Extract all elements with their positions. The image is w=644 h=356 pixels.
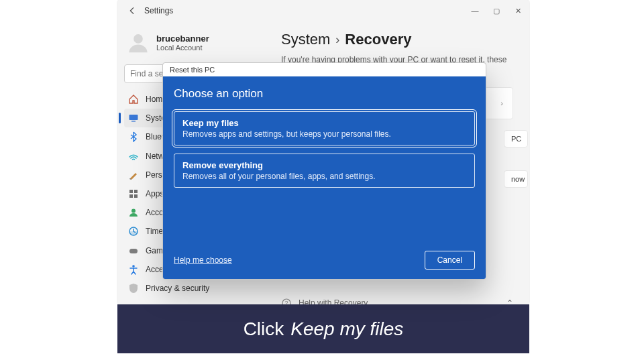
chevron-up-icon: ⌃ bbox=[506, 298, 513, 304]
accessibility-icon bbox=[128, 264, 139, 275]
svg-rect-9 bbox=[129, 249, 138, 253]
svg-point-7 bbox=[131, 209, 136, 213]
close-button[interactable]: ✕ bbox=[513, 7, 523, 15]
sidebar-item-privacy[interactable]: Privacy & security bbox=[124, 279, 258, 298]
maximize-button[interactable]: ▢ bbox=[492, 7, 501, 15]
avatar-icon bbox=[127, 31, 150, 54]
time-icon bbox=[128, 226, 139, 237]
bluetooth-icon bbox=[128, 131, 139, 142]
svg-point-10 bbox=[132, 265, 135, 268]
option-title: Remove everything bbox=[182, 160, 466, 170]
chevron-right-icon: › bbox=[335, 33, 339, 47]
option-title: Keep my files bbox=[182, 118, 466, 128]
breadcrumb: System › Recovery bbox=[281, 31, 513, 48]
account-sub: Local Account bbox=[156, 44, 209, 52]
instruction-banner: Click Keep my files bbox=[117, 304, 529, 353]
home-icon bbox=[128, 94, 139, 105]
account-name: brucebanner bbox=[156, 34, 209, 44]
minimize-button[interactable]: — bbox=[470, 7, 480, 15]
chevron-right-icon: › bbox=[500, 99, 503, 107]
dialog-title: Reset this PC bbox=[163, 63, 486, 76]
system-icon bbox=[128, 113, 139, 123]
instruction-target: Keep my files bbox=[290, 318, 403, 340]
option-desc: Removes all of your personal files, apps… bbox=[182, 172, 466, 181]
dialog-heading: Choose an option bbox=[174, 87, 475, 101]
apps-icon bbox=[128, 188, 139, 199]
svg-rect-2 bbox=[131, 121, 136, 122]
sidebar-item-label: Privacy & security bbox=[146, 284, 209, 293]
network-icon bbox=[128, 151, 139, 162]
reset-pc-dialog: Reset this PC Choose an option Keep my f… bbox=[162, 62, 486, 280]
svg-rect-1 bbox=[129, 115, 138, 120]
breadcrumb-parent[interactable]: System bbox=[281, 31, 330, 48]
account-block[interactable]: brucebanner Local Account bbox=[124, 24, 258, 64]
help-label: Help with Recovery bbox=[299, 298, 368, 304]
help-me-choose-link[interactable]: Help me choose bbox=[174, 255, 232, 265]
option-keep-my-files[interactable]: Keep my files Removes apps and settings,… bbox=[174, 111, 475, 145]
accounts-icon bbox=[128, 207, 139, 218]
page-title: Recovery bbox=[345, 31, 411, 48]
svg-rect-4 bbox=[134, 190, 138, 193]
gaming-icon bbox=[128, 245, 139, 256]
personalization-icon bbox=[128, 170, 139, 180]
svg-text:?: ? bbox=[284, 300, 288, 304]
svg-rect-3 bbox=[129, 190, 133, 193]
svg-rect-6 bbox=[134, 194, 138, 198]
option-desc: Removes apps and settings, but keeps you… bbox=[182, 129, 466, 139]
sidebar-item-label: Apps bbox=[146, 189, 164, 198]
instruction-prefix: Click bbox=[244, 318, 284, 340]
svg-point-0 bbox=[133, 34, 143, 44]
back-button[interactable] bbox=[124, 3, 140, 19]
privacy-icon bbox=[128, 283, 139, 294]
help-icon: ? bbox=[281, 298, 292, 304]
help-row[interactable]: ? Help with Recovery ⌃ bbox=[281, 294, 513, 304]
option-remove-everything[interactable]: Remove everything Removes all of your pe… bbox=[174, 154, 475, 188]
reset-pc-button-tail[interactable]: PC bbox=[504, 130, 528, 147]
restart-now-button-tail[interactable]: now bbox=[504, 170, 528, 188]
cancel-button[interactable]: Cancel bbox=[425, 251, 475, 270]
window-title: Settings bbox=[144, 6, 173, 15]
titlebar: Settings — ▢ ✕ bbox=[117, 0, 529, 21]
svg-rect-5 bbox=[129, 194, 133, 198]
